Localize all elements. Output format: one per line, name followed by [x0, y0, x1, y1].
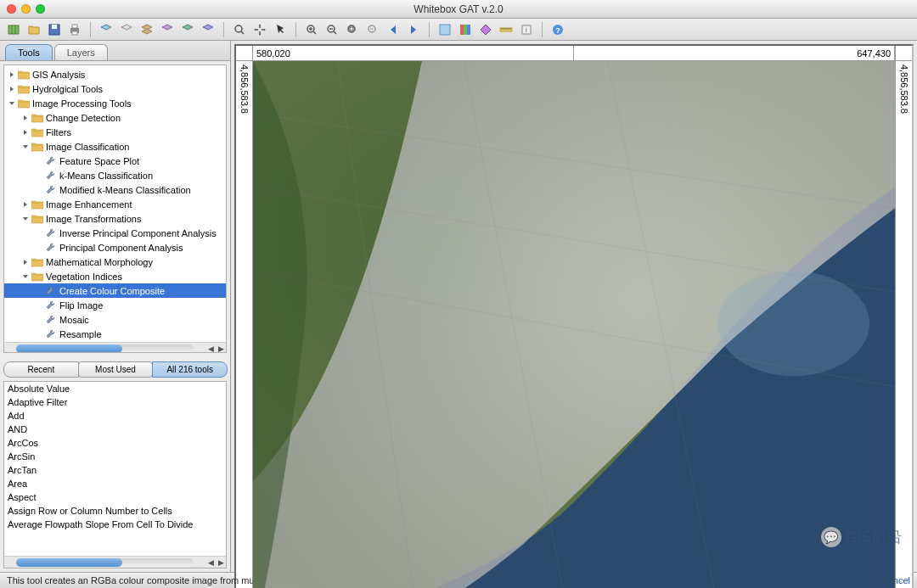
list-hscroll[interactable]: ◀▶ — [4, 556, 226, 568]
tree-tool[interactable]: Feature Space Plot — [4, 154, 226, 168]
minimize-icon[interactable] — [21, 4, 31, 14]
arrow-cursor-icon[interactable] — [272, 21, 289, 38]
svg-rect-0 — [8, 25, 19, 34]
disclosure-icon[interactable] — [21, 114, 30, 122]
disclosure-icon[interactable] — [35, 330, 43, 339]
tree-tool[interactable]: Mosaic — [4, 312, 226, 327]
open-map-icon[interactable] — [5, 21, 22, 38]
tool-icon — [45, 300, 57, 311]
zoom-layer-icon[interactable] — [364, 21, 381, 38]
list-item[interactable]: AND — [4, 423, 226, 436]
disclosure-icon[interactable] — [21, 215, 30, 223]
tool-list[interactable]: Absolute ValueAdaptive FilterAddANDArcCo… — [4, 382, 226, 556]
raster-icon[interactable] — [436, 21, 453, 38]
layer-down-icon[interactable] — [159, 21, 176, 38]
list-item[interactable]: ArcCos — [4, 436, 226, 450]
layer-add-icon[interactable] — [98, 21, 115, 38]
tab-layers[interactable]: Layers — [54, 44, 108, 60]
palette-icon[interactable] — [457, 21, 474, 38]
tree-folder[interactable]: Image Enhancement — [4, 197, 226, 211]
pan-icon[interactable] — [251, 21, 268, 38]
zoom-extent-icon[interactable] — [344, 21, 361, 38]
tree-tool[interactable]: k-Means Classification — [4, 168, 226, 182]
disclosure-icon[interactable] — [35, 316, 43, 324]
zoom-out-icon[interactable] — [323, 21, 340, 38]
disclosure-icon[interactable] — [35, 171, 43, 180]
tree-tool[interactable]: Principal Component Analysis — [4, 240, 226, 255]
help-icon[interactable]: ? — [549, 21, 566, 38]
layer-remove-icon[interactable] — [118, 21, 135, 38]
tree-tool[interactable]: Flip Image — [4, 298, 226, 312]
list-item[interactable]: Aspect — [4, 490, 226, 504]
next-extent-icon[interactable] — [405, 21, 422, 38]
tool-tree[interactable]: GIS AnalysisHydrolgical ToolsImage Proce… — [4, 65, 226, 342]
tree-folder[interactable]: Image Classification — [4, 139, 226, 154]
tree-tool[interactable]: Resample — [4, 327, 226, 341]
tree-tool[interactable]: Create Colour Composite — [4, 283, 226, 298]
list-item[interactable]: ArcSin — [4, 450, 226, 463]
tab-tools[interactable]: Tools — [5, 44, 53, 60]
tree-folder[interactable]: Image Transformations — [4, 211, 226, 226]
print-icon[interactable] — [66, 21, 83, 38]
disclosure-icon[interactable] — [21, 200, 30, 209]
disclosure-icon[interactable] — [35, 229, 43, 238]
tree-tool[interactable]: Modified k-Means Classification — [4, 182, 226, 197]
disclosure-icon[interactable] — [21, 143, 30, 151]
tool-icon — [45, 285, 57, 297]
tree-hscroll[interactable]: ◀▶ — [4, 342, 226, 353]
disclosure-icon[interactable] — [35, 301, 43, 310]
folder-icon — [31, 272, 43, 282]
prev-extent-icon[interactable] — [385, 21, 402, 38]
disclosure-icon[interactable] — [35, 287, 43, 295]
ruler-icon[interactable] — [498, 21, 515, 38]
tree-folder[interactable]: GIS Analysis — [4, 67, 226, 81]
tree-label: Create Colour Composite — [59, 286, 165, 296]
layer-stack-icon[interactable] — [179, 21, 196, 38]
tree-tool[interactable]: Inverse Principal Component Analysis — [4, 226, 226, 240]
tree-label: Flip Image — [59, 300, 103, 311]
disclosure-icon[interactable] — [8, 70, 16, 79]
disclosure-icon[interactable] — [21, 258, 30, 266]
tree-folder[interactable]: Change Detection — [4, 110, 226, 125]
close-icon[interactable] — [7, 4, 16, 14]
tree-folder[interactable]: Mathematical Morphology — [4, 255, 226, 269]
disclosure-icon[interactable] — [21, 272, 30, 281]
list-item[interactable]: Adaptive Filter — [4, 395, 226, 409]
layer-up-icon[interactable] — [138, 21, 155, 38]
list-item[interactable]: Average Flowpath Slope From Cell To Divi… — [4, 518, 226, 531]
tool-icon — [45, 227, 57, 239]
zoom-in-icon[interactable] — [303, 21, 320, 38]
maximize-icon[interactable] — [36, 4, 45, 14]
tree-label: Mathematical Morphology — [46, 257, 153, 267]
list-item[interactable]: Assign Row or Column Number to Cells — [4, 504, 226, 518]
tab-all-tools[interactable]: All 216 tools — [152, 361, 228, 378]
list-item[interactable]: Absolute Value — [4, 382, 226, 395]
save-icon[interactable] — [46, 21, 63, 38]
diamond-icon[interactable] — [477, 21, 494, 38]
disclosure-icon[interactable] — [35, 244, 43, 252]
tree-folder[interactable]: Vegetation Indices — [4, 269, 226, 283]
tab-most-used[interactable]: Most Used — [78, 361, 154, 378]
folder-icon — [18, 98, 30, 109]
list-item[interactable]: Area — [4, 477, 226, 490]
open-folder-icon[interactable] — [25, 21, 42, 38]
disclosure-icon[interactable] — [8, 99, 16, 108]
svg-point-6 — [235, 25, 242, 32]
tree-folder[interactable]: Hydrolgical Tools — [4, 81, 226, 96]
list-item[interactable]: Add — [4, 409, 226, 423]
map-viewport: 580,020 647,430 4,806,896.24,856,583.8 — [231, 41, 917, 572]
info-icon[interactable]: i — [518, 21, 535, 38]
tree-label: Vegetation Indices — [46, 272, 122, 282]
tree-folder[interactable]: Image Processing Tools — [4, 96, 226, 110]
tab-recent[interactable]: Recent — [3, 361, 79, 378]
disclosure-icon[interactable] — [35, 157, 43, 165]
disclosure-icon[interactable] — [21, 128, 30, 137]
tree-folder[interactable]: Filters — [4, 125, 226, 139]
layer-stack2-icon[interactable] — [200, 21, 217, 38]
disclosure-icon[interactable] — [35, 186, 43, 194]
list-item[interactable]: ArcTan — [4, 463, 226, 477]
zoom-full-icon[interactable] — [231, 21, 248, 38]
satellite-image[interactable] — [253, 61, 895, 588]
svg-rect-12 — [440, 25, 450, 35]
disclosure-icon[interactable] — [8, 85, 16, 93]
